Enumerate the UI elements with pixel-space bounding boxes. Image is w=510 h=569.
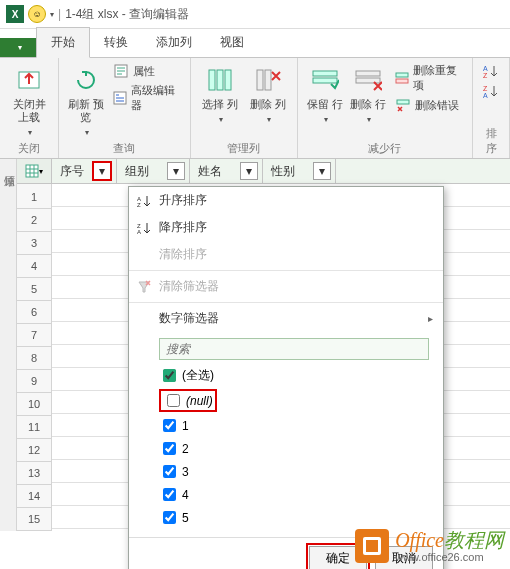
keep-rows-button[interactable]: 保留 行 <box>306 62 344 125</box>
checkbox[interactable] <box>163 442 176 455</box>
row-header[interactable]: 7 <box>17 324 51 347</box>
col-header-gender[interactable]: 性别▾ <box>263 159 336 183</box>
row-headers: 1 2 3 4 5 6 7 8 9 10 11 12 13 14 15 <box>17 184 52 531</box>
check-null[interactable]: (null) <box>159 387 429 414</box>
check-item[interactable]: 1 <box>159 414 429 437</box>
file-tab[interactable] <box>0 38 36 57</box>
row-header[interactable]: 9 <box>17 370 51 393</box>
row-header[interactable]: 2 <box>17 209 51 232</box>
col-header-group[interactable]: 组别▾ <box>117 159 190 183</box>
check-item[interactable]: 4 <box>159 483 429 506</box>
sort-asc-button[interactable]: AZ <box>481 62 501 80</box>
col-header-seq[interactable]: 序号▾ <box>52 159 117 183</box>
sort-asc-item[interactable]: AZ 升序排序 <box>129 187 443 214</box>
chevron-down-icon <box>217 111 223 125</box>
remove-rows-label: 删除 行 <box>350 98 386 111</box>
checkbox[interactable] <box>163 511 176 524</box>
svg-rect-14 <box>397 100 409 104</box>
remove-cols-button[interactable]: 删除 列 <box>247 62 289 125</box>
svg-rect-25 <box>366 540 378 552</box>
row-header[interactable]: 15 <box>17 508 51 531</box>
tab-transform[interactable]: 转换 <box>90 28 142 57</box>
remove-dup-button[interactable]: 删除重复项 <box>393 62 464 94</box>
row-header[interactable]: 6 <box>17 301 51 324</box>
search-box <box>159 338 429 360</box>
svg-rect-8 <box>313 71 337 76</box>
filter-dropdown-seq[interactable]: ▾ <box>92 161 112 181</box>
row-header[interactable]: 1 <box>17 186 51 209</box>
row-header[interactable]: 3 <box>17 232 51 255</box>
checkbox[interactable] <box>163 465 176 478</box>
tab-view[interactable]: 视图 <box>206 28 258 57</box>
close-upload-button[interactable]: 关闭并 上载 <box>8 62 50 138</box>
chevron-down-icon <box>365 111 371 125</box>
chevron-down-icon <box>26 124 32 138</box>
svg-rect-4 <box>217 70 223 90</box>
svg-rect-11 <box>356 78 380 83</box>
properties-button[interactable]: 属性 <box>111 62 182 80</box>
clear-filter-item: 清除筛选器 <box>129 273 443 300</box>
remove-dup-label: 删除重复项 <box>413 63 462 93</box>
row-header[interactable]: 12 <box>17 439 51 462</box>
filter-dropdown-gender[interactable]: ▾ <box>313 162 331 180</box>
row-header[interactable]: 5 <box>17 278 51 301</box>
remove-cols-label: 删除 列 <box>250 98 286 111</box>
row-header[interactable]: 11 <box>17 416 51 439</box>
close-upload-icon <box>13 64 45 96</box>
number-filters-item[interactable]: 数字筛选器 <box>129 305 443 332</box>
title-bar: X ☺ ▾ | 1-4组 xlsx - 查询编辑器 <box>0 0 510 29</box>
filter-check-list: (全选) (null) 1 2 3 4 5 <box>159 364 429 529</box>
col-header-name[interactable]: 姓名▾ <box>190 159 263 183</box>
svg-text:A: A <box>137 229 141 235</box>
group-manage-cols-label: 管理列 <box>199 139 289 156</box>
clear-filter-icon <box>137 280 151 294</box>
choose-cols-button[interactable]: 选择 列 <box>199 62 241 125</box>
separator: | <box>58 7 61 21</box>
check-select-all[interactable]: (全选) <box>159 364 429 387</box>
row-header[interactable]: 8 <box>17 347 51 370</box>
table-icon <box>25 164 39 178</box>
svg-text:Z: Z <box>137 202 141 208</box>
checkbox[interactable] <box>163 488 176 501</box>
tab-add-column[interactable]: 添加列 <box>142 28 206 57</box>
clear-filter-label: 清除筛选器 <box>159 278 219 295</box>
number-filters-label: 数字筛选器 <box>159 310 219 327</box>
remove-cols-icon <box>252 64 284 96</box>
sort-asc-icon: AZ <box>483 63 499 79</box>
row-header[interactable]: 13 <box>17 462 51 485</box>
svg-rect-12 <box>396 73 408 77</box>
remove-dup-icon <box>395 70 409 86</box>
filter-dropdown-name[interactable]: ▾ <box>240 162 258 180</box>
check-item[interactable]: 3 <box>159 460 429 483</box>
row-header[interactable]: 4 <box>17 255 51 278</box>
check-item[interactable]: 2 <box>159 437 429 460</box>
svg-rect-3 <box>209 70 215 90</box>
title-dash: - <box>118 7 129 21</box>
check-item[interactable]: 5 <box>159 506 429 529</box>
chevron-down-icon <box>83 124 89 138</box>
row-header[interactable]: 14 <box>17 485 51 508</box>
svg-rect-10 <box>356 71 380 76</box>
advanced-editor-button[interactable]: 高级编辑器 <box>111 82 182 114</box>
tab-home[interactable]: 开始 <box>36 27 90 58</box>
group-reduce-rows-label: 减少行 <box>306 139 464 156</box>
sort-desc-button[interactable]: ZA <box>481 82 501 100</box>
null-label: (null) <box>186 394 213 408</box>
sort-desc-item[interactable]: ZA 降序排序 <box>129 214 443 241</box>
sort-asc-label: 升序排序 <box>159 192 207 209</box>
checkbox-null[interactable] <box>167 394 180 407</box>
checkbox[interactable] <box>163 419 176 432</box>
properties-icon <box>113 63 129 79</box>
refresh-button[interactable]: 刷新 预览 <box>67 62 105 138</box>
corner-cell[interactable]: ▾ <box>17 159 52 184</box>
remove-err-button[interactable]: 删除错误 <box>393 96 464 114</box>
row-header[interactable]: 10 <box>17 393 51 416</box>
remove-rows-icon <box>352 64 384 96</box>
search-input[interactable] <box>159 338 429 360</box>
smiley-icon: ☺ <box>28 5 46 23</box>
refresh-label: 刷新 预览 <box>67 98 105 124</box>
remove-rows-button[interactable]: 删除 行 <box>349 62 387 125</box>
qa-dropdown-icon[interactable]: ▾ <box>50 10 54 19</box>
checkbox-select-all[interactable] <box>163 369 176 382</box>
filter-dropdown-group[interactable]: ▾ <box>167 162 185 180</box>
